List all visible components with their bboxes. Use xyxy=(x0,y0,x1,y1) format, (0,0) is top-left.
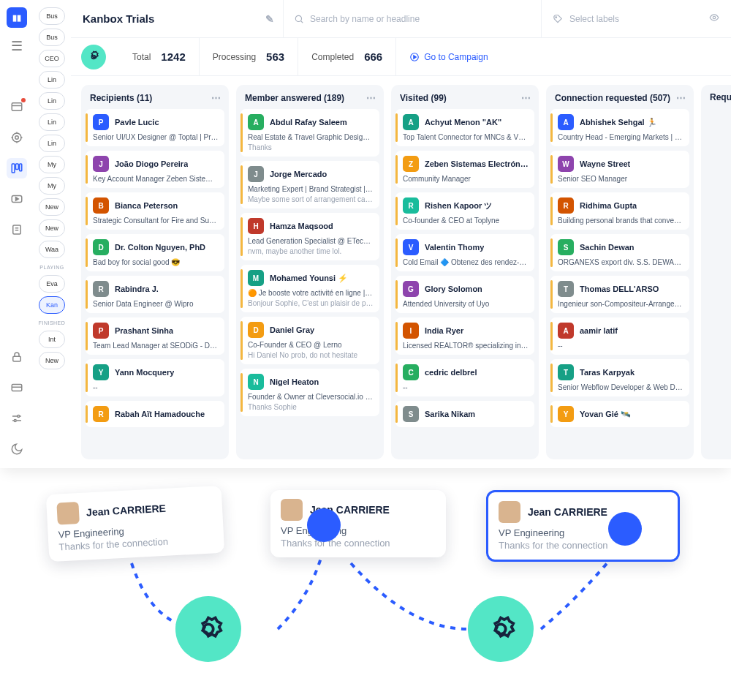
campaign-chip[interactable]: My xyxy=(39,177,65,195)
kanban-card[interactable]: DDr. Colton Nguyen, PhDBad boy for socia… xyxy=(86,234,224,271)
kanban-card[interactable]: ZZeben Sistemas Electrón…Community Manag… xyxy=(395,151,534,188)
promo-title: VP Engineering xyxy=(281,525,436,536)
promo-name: Jean CARRIERE xyxy=(86,503,167,519)
campaign-chip[interactable]: CEO xyxy=(39,50,65,67)
kanban-card[interactable]: SSarika Nikam xyxy=(395,401,534,427)
card-avatar: W xyxy=(558,156,574,172)
lock-icon[interactable] xyxy=(7,347,27,367)
campaign-chip[interactable]: New xyxy=(39,198,65,216)
campaign-chip[interactable]: New xyxy=(39,352,65,369)
card-name: Bianca Peterson xyxy=(115,201,178,210)
kanban-icon[interactable] xyxy=(7,158,27,178)
page-title: Kanbox Trials ✎ xyxy=(71,12,283,25)
card-subtitle: 🟠 Je booste votre activité en ligne | N… xyxy=(248,289,374,297)
search-input[interactable]: Search by name or headline xyxy=(283,0,541,37)
automation-gear-button[interactable] xyxy=(81,45,106,69)
kanban-card[interactable]: BBianca PetersonStrategic Consultant for… xyxy=(86,192,224,230)
column-menu-button[interactable]: ⋯ xyxy=(521,92,531,103)
card-subtitle: Co-Founder & CEO @ Lerno xyxy=(248,341,374,349)
kanban-card[interactable]: JJoão Diogo PereiraKey Account Manager Z… xyxy=(86,151,224,188)
kanban-card[interactable]: VValentin ThomyCold Email 🔷 Obtenez des … xyxy=(395,234,534,271)
card-message: Hi Daniel No prob, do not hesitate xyxy=(248,351,374,359)
campaign-chip[interactable]: Int xyxy=(39,331,65,348)
card-avatar: R xyxy=(93,281,109,297)
svg-point-1 xyxy=(12,133,21,142)
kanban-card[interactable]: Aaamir latif-- xyxy=(550,317,689,355)
card-avatar: T xyxy=(558,364,574,380)
kanban-card[interactable]: DDaniel GrayCo-Founder & CEO @ LernoHi D… xyxy=(240,317,379,364)
app-logo[interactable]: ▮▮ xyxy=(7,7,27,28)
card-name: Yann Mocquery xyxy=(115,368,174,377)
labels-select[interactable]: Select labels xyxy=(541,0,731,37)
campaign-chip[interactable]: Lin xyxy=(39,92,65,110)
kanban-card[interactable]: WWayne StreetSenior SEO Manager xyxy=(550,151,689,188)
kanban-card[interactable]: PPavle LucicSenior UI/UX Designer @ Topt… xyxy=(86,109,224,146)
sliders-icon[interactable] xyxy=(7,408,27,429)
go-to-campaign-link[interactable]: Go to Campaign xyxy=(396,52,488,62)
card-name: Achyut Menon "AK" xyxy=(425,118,501,127)
kanban-card[interactable]: YYovan Gié 🛰️ xyxy=(550,401,689,427)
visibility-icon[interactable] xyxy=(708,12,721,25)
column-menu-button[interactable]: ⋯ xyxy=(211,92,221,103)
campaign-chip[interactable]: My xyxy=(39,156,65,173)
card-icon[interactable] xyxy=(7,377,27,398)
card-name: Jorge Mercado xyxy=(270,170,327,178)
kanban-card[interactable]: RRabah Aït Hamadouche xyxy=(86,401,224,427)
inbox-icon[interactable] xyxy=(7,97,27,117)
kanban-card[interactable]: PPrashant SinhaTeam Lead Manager at SEOD… xyxy=(86,317,224,355)
column-menu-button[interactable]: ⋯ xyxy=(676,92,686,103)
doc-icon[interactable] xyxy=(7,219,27,240)
kanban-card[interactable]: JJorge MercadoMarketing Expert | Brand S… xyxy=(240,161,379,208)
campaign-chip[interactable]: Lin xyxy=(39,71,65,89)
stat-completed: Completed 666 xyxy=(298,38,396,75)
card-subtitle: Community Manager xyxy=(403,175,529,183)
kanban-card[interactable]: YYann Mocquery-- xyxy=(86,359,224,396)
target-icon[interactable] xyxy=(7,127,27,148)
campaign-chip[interactable]: Waa xyxy=(39,241,65,258)
kanban-card[interactable]: RRishen Kapoor ツCo-founder & CEO at Topl… xyxy=(395,192,534,230)
card-avatar: Y xyxy=(558,406,574,422)
campaign-chip[interactable]: New xyxy=(39,219,65,237)
campaign-chip[interactable]: Lin xyxy=(39,113,65,131)
card-subtitle: Lead Generation Specialist @ ETech … xyxy=(248,237,374,245)
kanban-card[interactable]: NNigel HeatonFounder & Owner at Cleverso… xyxy=(240,369,379,416)
campaign-chip[interactable]: Bus xyxy=(39,29,65,46)
campaign-chip[interactable]: Eva xyxy=(39,275,65,293)
stats-bar: Total 1242 Processing 563 Completed 666 … xyxy=(71,38,731,76)
svg-rect-8 xyxy=(12,356,20,361)
kanban-card[interactable]: AAbdul Rafay SaleemReal Estate & Travel … xyxy=(240,109,379,157)
moon-icon[interactable] xyxy=(7,439,27,459)
card-avatar: P xyxy=(93,323,109,339)
card-avatar: R xyxy=(93,406,109,422)
card-subtitle: Co-founder & CEO at Toplyne xyxy=(403,217,529,225)
kanban-card[interactable]: AAbhishek Sehgal 🏃Country Head - Emergin… xyxy=(550,109,689,146)
kanban-card[interactable]: MMohamed Younsi ⚡🟠 Je booste votre activ… xyxy=(240,265,379,312)
video-icon[interactable] xyxy=(7,189,27,209)
campaign-chip[interactable]: Bus xyxy=(39,7,65,25)
play-icon xyxy=(409,52,420,62)
svg-rect-3 xyxy=(12,164,15,173)
hamburger-icon[interactable]: ☰ xyxy=(11,38,23,54)
column-menu-button[interactable]: ⋯ xyxy=(366,92,376,103)
kanban-card[interactable]: RRabindra J.Senior Data Engineer @ Wipro xyxy=(86,276,224,313)
card-name: Abdul Rafay Saleem xyxy=(270,118,347,127)
card-name: Glory Solomon xyxy=(425,285,482,293)
card-name: Thomas DELL'ARSO xyxy=(580,285,659,293)
kanban-column: Member answered (189)⋯AAbdul Rafay Salee… xyxy=(236,85,384,459)
kanban-card[interactable]: IIndia RyerLicensed REALTOR® specializin… xyxy=(395,317,534,355)
kanban-card[interactable]: Ccedric delbrel-- xyxy=(395,359,534,396)
kanban-card[interactable]: HHamza MaqsoodLead Generation Specialist… xyxy=(240,213,379,260)
kanban-card[interactable]: RRidhima GuptaBuilding personal brands t… xyxy=(550,192,689,230)
kanban-card[interactable]: TThomas DELL'ARSOIngenieur son-Composite… xyxy=(550,276,689,313)
card-name: Wayne Street xyxy=(580,159,630,168)
promo-name: Jean CARRIERE xyxy=(528,506,607,518)
card-subtitle: -- xyxy=(93,383,219,391)
campaign-chip[interactable]: Lin xyxy=(39,135,65,152)
kanban-card[interactable]: GGlory SolomonAttended University of Uyo xyxy=(395,276,534,313)
card-subtitle: Marketing Expert | Brand Strategist | … xyxy=(248,185,374,193)
kanban-card[interactable]: SSachin DewanORGANEXS export div. S.S. D… xyxy=(550,234,689,271)
edit-title-icon[interactable]: ✎ xyxy=(265,13,274,25)
kanban-card[interactable]: AAchyut Menon "AK"Top Talent Connector f… xyxy=(395,109,534,146)
kanban-card[interactable]: TTaras KarpyakSenior Webflow Developer &… xyxy=(550,359,689,396)
campaign-chip-active[interactable]: Kan xyxy=(39,296,65,314)
